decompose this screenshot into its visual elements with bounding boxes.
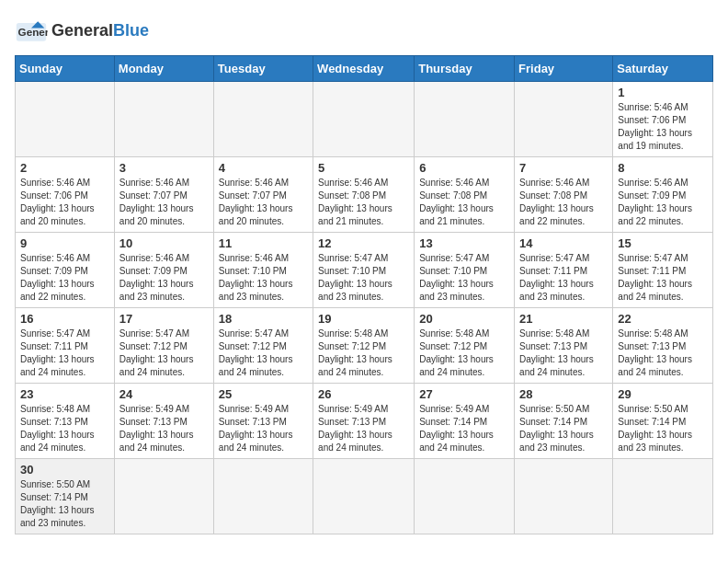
calendar-cell: [313, 459, 415, 534]
day-info: Sunrise: 5:47 AM Sunset: 7:11 PM Dayligh…: [519, 252, 608, 304]
calendar-cell: 2Sunrise: 5:46 AM Sunset: 7:06 PM Daylig…: [16, 157, 115, 233]
calendar-cell: 17Sunrise: 5:47 AM Sunset: 7:12 PM Dayli…: [114, 308, 213, 384]
header-saturday: Saturday: [613, 56, 713, 82]
day-info: Sunrise: 5:48 AM Sunset: 7:12 PM Dayligh…: [318, 327, 409, 379]
calendar-table: SundayMondayTuesdayWednesdayThursdayFrid…: [15, 55, 713, 534]
day-info: Sunrise: 5:46 AM Sunset: 7:08 PM Dayligh…: [419, 177, 509, 228]
header-thursday: Thursday: [415, 56, 515, 82]
day-info: Sunrise: 5:50 AM Sunset: 7:14 PM Dayligh…: [618, 403, 708, 454]
day-number: 15: [618, 236, 708, 250]
logo: General GeneralBlue: [15, 15, 149, 48]
day-info: Sunrise: 5:50 AM Sunset: 7:14 PM Dayligh…: [519, 403, 608, 454]
day-info: Sunrise: 5:48 AM Sunset: 7:13 PM Dayligh…: [20, 403, 109, 454]
day-info: Sunrise: 5:48 AM Sunset: 7:13 PM Dayligh…: [519, 327, 608, 379]
calendar-week-2: 9Sunrise: 5:46 AM Sunset: 7:09 PM Daylig…: [16, 233, 713, 308]
header-wednesday: Wednesday: [313, 56, 415, 82]
logo-icon: General: [15, 15, 48, 48]
day-number: 27: [419, 387, 509, 401]
calendar-cell: 28Sunrise: 5:50 AM Sunset: 7:14 PM Dayli…: [515, 384, 613, 459]
day-number: 30: [20, 463, 109, 477]
calendar-cell: 8Sunrise: 5:46 AM Sunset: 7:09 PM Daylig…: [613, 157, 713, 233]
day-info: Sunrise: 5:49 AM Sunset: 7:13 PM Dayligh…: [219, 403, 308, 454]
day-info: Sunrise: 5:47 AM Sunset: 7:11 PM Dayligh…: [618, 252, 708, 304]
day-number: 21: [519, 312, 608, 326]
day-info: Sunrise: 5:46 AM Sunset: 7:07 PM Dayligh…: [119, 177, 209, 228]
calendar-cell: [515, 459, 613, 534]
day-number: 4: [219, 161, 308, 175]
day-number: 22: [618, 312, 708, 326]
calendar-cell: 27Sunrise: 5:49 AM Sunset: 7:14 PM Dayli…: [415, 384, 515, 459]
calendar-cell: 15Sunrise: 5:47 AM Sunset: 7:11 PM Dayli…: [613, 233, 713, 308]
day-number: 24: [119, 387, 209, 401]
calendar-cell: 9Sunrise: 5:46 AM Sunset: 7:09 PM Daylig…: [16, 233, 115, 308]
calendar-week-4: 23Sunrise: 5:48 AM Sunset: 7:13 PM Dayli…: [16, 384, 713, 459]
day-info: Sunrise: 5:48 AM Sunset: 7:13 PM Dayligh…: [618, 327, 708, 379]
calendar-week-1: 2Sunrise: 5:46 AM Sunset: 7:06 PM Daylig…: [16, 157, 713, 233]
day-number: 14: [519, 236, 608, 250]
calendar-cell: 19Sunrise: 5:48 AM Sunset: 7:12 PM Dayli…: [313, 308, 415, 384]
day-number: 17: [119, 312, 209, 326]
day-info: Sunrise: 5:49 AM Sunset: 7:13 PM Dayligh…: [119, 403, 209, 454]
day-number: 3: [119, 161, 209, 175]
calendar-cell: [213, 459, 313, 534]
day-info: Sunrise: 5:47 AM Sunset: 7:12 PM Dayligh…: [119, 327, 209, 379]
day-number: 9: [20, 236, 109, 250]
day-info: Sunrise: 5:49 AM Sunset: 7:14 PM Dayligh…: [419, 403, 509, 454]
day-number: 16: [20, 312, 109, 326]
day-number: 1: [618, 86, 708, 99]
calendar-cell: 20Sunrise: 5:48 AM Sunset: 7:12 PM Dayli…: [415, 308, 515, 384]
calendar-cell: [313, 82, 415, 157]
day-number: 20: [419, 312, 509, 326]
day-number: 18: [219, 312, 308, 326]
calendar-cell: 29Sunrise: 5:50 AM Sunset: 7:14 PM Dayli…: [613, 384, 713, 459]
calendar-cell: [213, 82, 313, 157]
day-number: 19: [318, 312, 409, 326]
calendar-cell: [415, 459, 515, 534]
day-number: 11: [219, 236, 308, 250]
calendar-cell: [515, 82, 613, 157]
calendar-cell: [114, 459, 213, 534]
day-number: 8: [618, 161, 708, 175]
calendar-cell: 6Sunrise: 5:46 AM Sunset: 7:08 PM Daylig…: [415, 157, 515, 233]
day-info: Sunrise: 5:49 AM Sunset: 7:13 PM Dayligh…: [318, 403, 409, 454]
calendar-cell: 23Sunrise: 5:48 AM Sunset: 7:13 PM Dayli…: [16, 384, 115, 459]
day-number: 7: [519, 161, 608, 175]
day-info: Sunrise: 5:46 AM Sunset: 7:09 PM Dayligh…: [119, 252, 209, 304]
calendar-cell: 14Sunrise: 5:47 AM Sunset: 7:11 PM Dayli…: [515, 233, 613, 308]
calendar-cell: 21Sunrise: 5:48 AM Sunset: 7:13 PM Dayli…: [515, 308, 613, 384]
logo-text: GeneralBlue: [51, 22, 149, 40]
calendar-cell: 12Sunrise: 5:47 AM Sunset: 7:10 PM Dayli…: [313, 233, 415, 308]
day-info: Sunrise: 5:46 AM Sunset: 7:10 PM Dayligh…: [219, 252, 308, 304]
day-number: 23: [20, 387, 109, 401]
header-sunday: Sunday: [16, 56, 115, 82]
calendar-cell: [613, 459, 713, 534]
calendar-cell: 26Sunrise: 5:49 AM Sunset: 7:13 PM Dayli…: [313, 384, 415, 459]
calendar-cell: 1Sunrise: 5:46 AM Sunset: 7:06 PM Daylig…: [613, 82, 713, 157]
day-info: Sunrise: 5:47 AM Sunset: 7:10 PM Dayligh…: [318, 252, 409, 304]
calendar-cell: 22Sunrise: 5:48 AM Sunset: 7:13 PM Dayli…: [613, 308, 713, 384]
calendar-cell: [16, 82, 115, 157]
day-number: 12: [318, 236, 409, 250]
day-info: Sunrise: 5:48 AM Sunset: 7:12 PM Dayligh…: [419, 327, 509, 379]
day-number: 2: [20, 161, 109, 175]
calendar-cell: [415, 82, 515, 157]
calendar-week-0: 1Sunrise: 5:46 AM Sunset: 7:06 PM Daylig…: [16, 82, 713, 157]
day-info: Sunrise: 5:46 AM Sunset: 7:08 PM Dayligh…: [318, 177, 409, 228]
header-monday: Monday: [114, 56, 213, 82]
day-info: Sunrise: 5:47 AM Sunset: 7:12 PM Dayligh…: [219, 327, 308, 379]
calendar-week-3: 16Sunrise: 5:47 AM Sunset: 7:11 PM Dayli…: [16, 308, 713, 384]
day-number: 6: [419, 161, 509, 175]
calendar-week-5: 30Sunrise: 5:50 AM Sunset: 7:14 PM Dayli…: [16, 459, 713, 534]
page-header: General GeneralBlue: [15, 15, 713, 48]
day-number: 28: [519, 387, 608, 401]
day-info: Sunrise: 5:46 AM Sunset: 7:09 PM Dayligh…: [20, 252, 109, 304]
calendar-cell: 10Sunrise: 5:46 AM Sunset: 7:09 PM Dayli…: [114, 233, 213, 308]
day-number: 13: [419, 236, 509, 250]
day-number: 29: [618, 387, 708, 401]
day-info: Sunrise: 5:46 AM Sunset: 7:06 PM Dayligh…: [20, 177, 109, 228]
header-tuesday: Tuesday: [213, 56, 313, 82]
day-info: Sunrise: 5:46 AM Sunset: 7:06 PM Dayligh…: [618, 101, 708, 153]
calendar-cell: 3Sunrise: 5:46 AM Sunset: 7:07 PM Daylig…: [114, 157, 213, 233]
calendar-cell: 25Sunrise: 5:49 AM Sunset: 7:13 PM Dayli…: [213, 384, 313, 459]
day-info: Sunrise: 5:47 AM Sunset: 7:11 PM Dayligh…: [20, 327, 109, 379]
